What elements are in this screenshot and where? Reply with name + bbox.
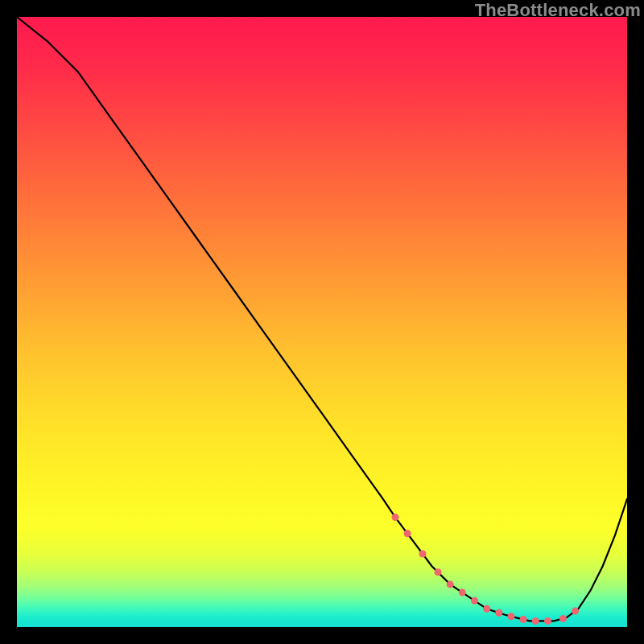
valley-dot (495, 609, 502, 617)
valley-dot (459, 589, 466, 597)
valley-dot (544, 617, 551, 625)
valley-dot (392, 514, 399, 521)
valley-dot (471, 597, 478, 605)
chart-curve-layer (0, 0, 644, 644)
valley-dot (508, 613, 515, 620)
valley-dot (572, 608, 579, 615)
watermark-text: TheBottleneck.com (475, 0, 641, 21)
valley-dot (483, 605, 490, 613)
valley-dot (559, 615, 567, 622)
valley-dot (419, 551, 427, 558)
valley-dot-markers (392, 514, 580, 625)
valley-dot (435, 568, 442, 576)
valley-dot (447, 580, 454, 588)
chart-frame: TheBottleneck.com (0, 0, 644, 644)
valley-dot (404, 530, 411, 537)
valley-dot (520, 616, 527, 623)
bottleneck-curve (17, 17, 627, 621)
valley-dot (532, 617, 539, 625)
